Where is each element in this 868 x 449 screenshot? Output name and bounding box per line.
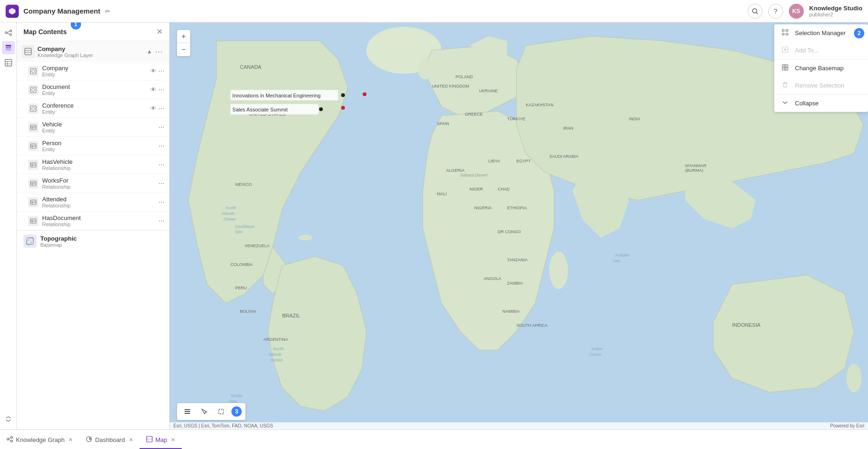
nav-icon-layers[interactable] [2,41,15,54]
layer-item[interactable]: HasVehicle Relationship ⋯ [17,155,169,174]
svg-line-6 [7,31,10,33]
layer-item-actions: ⋯ [158,161,164,168]
svg-rect-128 [782,65,785,67]
svg-rect-29 [30,162,36,167]
edit-icon[interactable]: ✏ [105,7,111,15]
svg-text:Atlantic: Atlantic [221,211,235,216]
list-view-button[interactable] [181,405,194,418]
item-more-icon[interactable]: ⋯ [158,124,164,131]
layer-item-text: HasDocument Relationship [42,214,155,227]
item-more-icon[interactable]: ⋯ [158,217,164,224]
relationship-icon [28,197,38,207]
tab-dashboard[interactable]: Dashboard ✕ [79,431,140,449]
dashboard-tab-close[interactable]: ✕ [129,437,133,443]
visibility-icon[interactable]: 👁 [150,105,156,112]
change-basemap-item[interactable]: Change Basemap [774,59,868,77]
map-area[interactable]: CANADA UNITED STATES BRAZIL UNITED KINGD… [170,22,868,429]
svg-text:Sea: Sea [235,229,243,234]
header: Company Management ✏ ? KS Knowledge Stud… [0,0,868,22]
svg-point-52 [417,59,432,79]
layer-item-name: Conference [42,102,147,109]
add-to-item: Add To... [774,42,868,59]
change-basemap-icon [782,64,790,72]
svg-rect-130 [782,67,785,70]
svg-text:SPAIN: SPAIN [437,121,449,126]
zoom-out-button[interactable]: − [177,43,190,56]
map-tab-close[interactable]: ✕ [171,437,175,443]
layer-item-name: Attended [42,196,155,203]
layer-item-text: Vehicle Entity [42,121,155,133]
nav-icon-table[interactable] [2,56,15,69]
item-more-icon[interactable]: ⋯ [158,105,164,112]
layer-group-more-icon[interactable]: ⋯ [155,47,163,56]
remove-selection-label: Remove Selection [795,82,845,89]
layer-item-actions: ⋯ [158,142,164,149]
svg-text:NIGERIA: NIGERIA [474,206,491,210]
svg-text:COLOMBIA: COLOMBIA [230,262,253,267]
layer-item[interactable]: Company Entity 👁 ⋯ [17,62,169,81]
knowledge-graph-tab-close[interactable]: ✕ [68,437,73,443]
sidebar-title: Map Contents [23,28,67,36]
svg-rect-41 [30,219,36,223]
rectangle-select-button[interactable] [215,405,228,418]
layer-item-text: Document Entity [42,83,147,96]
svg-text:Arabian: Arabian [615,253,630,258]
layer-group: Company Knowledge Graph Layer ▲ ⋯ Compan… [17,41,169,231]
tab-knowledge-graph[interactable]: Knowledge Graph ✕ [0,431,79,449]
svg-text:Scotia: Scotia [230,393,242,398]
svg-rect-124 [786,33,788,35]
layer-item[interactable]: Person Entity ⋯ [17,137,169,155]
user-avatar[interactable]: KS [789,4,804,19]
layer-item[interactable]: WorksFor Relationship ⋯ [17,174,169,193]
selection-manager-item[interactable]: Selection Manager 2 [774,24,868,42]
item-more-icon[interactable]: ⋯ [158,180,164,187]
layer-item[interactable]: Vehicle Entity ⋯ [17,118,169,137]
search-button[interactable] [748,4,763,19]
add-to-icon [782,46,790,54]
svg-text:Ocean: Ocean [589,352,602,357]
layer-item[interactable]: Document Entity 👁 ⋯ [17,81,169,99]
collapse-label: Collapse [795,100,819,107]
svg-rect-122 [782,33,784,35]
basemap-item[interactable]: Topographic Basemap [17,231,169,251]
visibility-icon[interactable]: 👁 [150,86,156,93]
svg-text:South: South [273,346,284,351]
layer-item[interactable]: Attended Relationship ⋯ [17,193,169,212]
svg-rect-131 [785,67,788,70]
selection-manager-icon [782,29,790,37]
svg-marker-0 [9,8,15,15]
svg-text:North: North [226,206,236,210]
item-more-icon[interactable]: ⋯ [158,142,164,149]
svg-rect-121 [782,29,784,31]
help-button[interactable]: ? [768,4,783,19]
visibility-icon[interactable]: 👁 [150,67,156,74]
layer-item[interactable]: Conference Entity 👁 ⋯ [17,99,169,118]
nav-icon-collapse[interactable] [2,412,15,426]
nav-icon-connections[interactable] [2,26,15,39]
chevron-up-icon[interactable]: ▲ [147,48,152,55]
badge-3: 3 [231,406,242,417]
item-more-icon[interactable]: ⋯ [158,199,164,206]
tab-map[interactable]: Map ✕ [140,431,182,449]
right-panel-dropdown: Selection Manager 2 Add To... Change Bas… [774,24,868,112]
left-nav [0,22,17,429]
svg-text:NIGER: NIGER [469,187,483,191]
item-more-icon[interactable]: ⋯ [158,86,164,93]
item-more-icon[interactable]: ⋯ [158,161,164,168]
zoom-in-button[interactable]: + [177,30,190,43]
layer-item-actions: ⋯ [158,199,164,206]
layer-item[interactable]: HasDocument Relationship ⋯ [17,212,169,230]
svg-text:EGYPT: EGYPT [516,159,531,163]
svg-text:INDIA: INDIA [629,117,640,121]
item-more-icon[interactable]: ⋯ [158,67,164,74]
header-right: ? KS Knowledge Studio publisher2 [748,4,862,19]
select-tool-button[interactable] [198,405,211,418]
svg-text:POLAND: POLAND [455,74,473,79]
layer-group-header[interactable]: Company Knowledge Graph Layer ▲ ⋯ [17,41,169,62]
knowledge-graph-tab-icon [7,436,13,444]
collapse-item[interactable]: Collapse [774,95,868,112]
sidebar-close-button[interactable]: ✕ [156,27,163,36]
svg-rect-15 [25,48,31,55]
svg-text:MÉXICO: MÉXICO [235,182,252,187]
selection-manager-label: Selection Manager [795,29,846,37]
